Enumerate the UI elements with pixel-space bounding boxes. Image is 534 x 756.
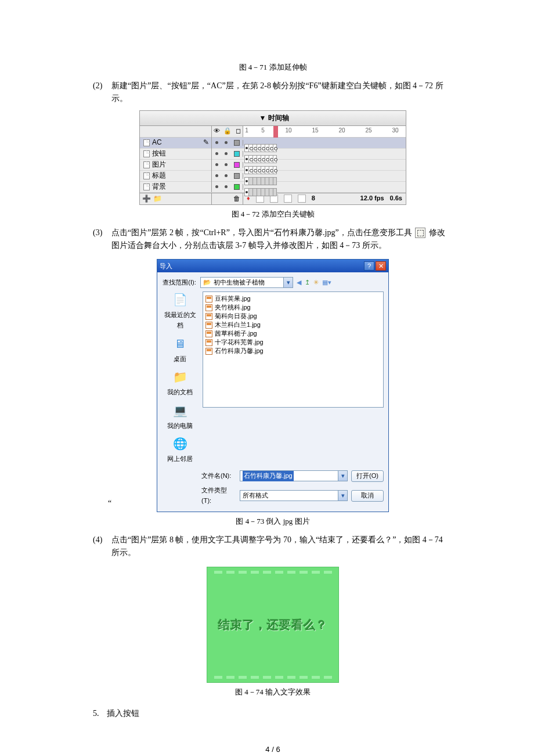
up-icon[interactable]: ↥ xyxy=(305,278,310,288)
step-3: (3) 点击“图片”层第 2 帧，按“Ctrl+R”，导入图片“石竹科康乃馨.j… xyxy=(93,226,453,253)
jpg-icon xyxy=(205,339,212,346)
dialog-title: 导入 xyxy=(160,261,172,272)
file-item[interactable]: 石竹科康乃馨.jpg xyxy=(205,347,381,355)
timeline-ruler[interactable]: 1 5 10 15 20 25 30 xyxy=(243,126,406,138)
network-icon[interactable]: 🌐 xyxy=(171,435,189,452)
layer-name: 背景 xyxy=(152,181,166,192)
layer-name: 图片 xyxy=(152,159,166,170)
trash-icon[interactable]: 🗑 xyxy=(233,193,240,204)
look-in-combo[interactable]: 📂 初中生物被子植物 ▾ xyxy=(200,277,293,288)
documents-icon[interactable]: 📁 xyxy=(171,369,189,385)
chevron-down-icon[interactable]: ▾ xyxy=(338,491,347,501)
layer-name: 按钮 xyxy=(152,148,166,159)
fps: 12.0 fps xyxy=(360,193,384,204)
open-button[interactable]: 打开(O) xyxy=(351,470,384,482)
timeline-column-icons: 👁 🔒 ◻ xyxy=(212,126,243,137)
current-frame: 8 xyxy=(312,193,315,204)
jpg-icon xyxy=(205,348,212,355)
multi-frame-icon[interactable] xyxy=(284,195,292,203)
look-in-label: 查找范围(I): xyxy=(162,278,197,288)
jpg-icon xyxy=(205,330,212,337)
jpg-icon xyxy=(205,313,212,320)
back-icon[interactable]: ◀ xyxy=(297,278,301,288)
loop-icon[interactable] xyxy=(298,195,306,203)
folder-name: 初中生物被子植物 xyxy=(214,278,265,288)
help-button[interactable]: ? xyxy=(364,261,374,271)
filetype-label: 文件类型(T): xyxy=(201,485,236,506)
step-num: (3) xyxy=(93,226,111,253)
dialog-titlebar[interactable]: 导入 ? ✕ xyxy=(157,260,388,272)
folder-icon: 📂 xyxy=(203,278,211,288)
step-text: 新建“图片”层、“按钮”层，“AC”层，在第 2-8 帧分别按“F6”键新建空白… xyxy=(111,80,453,106)
chevron-down-icon[interactable]: ▾ xyxy=(283,278,293,287)
file-list[interactable]: 豆科荚果.jpg 夹竹桃科.jpg 菊科向日葵.jpg 木兰科白兰1.jpg 茜… xyxy=(203,291,384,408)
step-4: (4) 点击“图片”层第 8 帧，使用文字工具调整字号为 70，输入“结束了，还… xyxy=(93,534,453,560)
jpg-icon xyxy=(205,322,212,329)
layer-icon xyxy=(143,172,150,179)
outline-icon[interactable]: ◻ xyxy=(236,126,241,136)
stage-text: 结束了，还要看么？ xyxy=(218,615,328,634)
stage-preview: 结束了，还要看么？ xyxy=(207,567,339,683)
step-num: (4) xyxy=(93,534,111,560)
recent-icon[interactable]: 📄 xyxy=(171,291,189,308)
new-layer-icon[interactable]: ➕ xyxy=(142,193,151,204)
cancel-button[interactable]: 取消 xyxy=(351,490,384,502)
step-text: 点击“图片”层第 8 帧，使用文字工具调整字号为 70，输入“结束了，还要看么？… xyxy=(111,534,453,560)
elapsed-time: 0.6s xyxy=(390,193,402,204)
section-title: 插入按钮 xyxy=(107,707,139,720)
jpg-icon xyxy=(205,304,212,311)
page-footer: 4 / 6 xyxy=(93,744,453,756)
timeline-title: ▼ 时间轴 xyxy=(259,114,288,122)
import-dialog: 导入 ? ✕ 查找范围(I): 📂 初中生物被子植物 ▾ ◀ ↥ ✳ ▦▾ 📄 … xyxy=(157,259,389,512)
close-button[interactable]: ✕ xyxy=(376,261,386,271)
desktop-icon[interactable]: 🖥 xyxy=(171,336,189,352)
caption-4-74: 图 4－74 输入文字效果 xyxy=(93,686,453,699)
layer-icon xyxy=(143,183,150,190)
free-transform-tool-icon xyxy=(415,228,425,238)
filename-label: 文件名(N): xyxy=(201,471,236,481)
eye-icon[interactable]: 👁 xyxy=(214,126,220,136)
timeline-panel: ▼ 时间轴 👁 🔒 ◻ 1 5 10 15 20 25 30 AC✎ 按钮 xyxy=(139,110,406,205)
caption-4-73: 图 4－73 倒入 jpg 图片 xyxy=(93,516,453,528)
section-num: 5. xyxy=(93,707,107,720)
new-folder-icon[interactable]: 📁 xyxy=(153,193,162,204)
places-bar: 📄 我最近的文档 🖥 桌面 📁 我的文档 💻 我的电脑 🌐 网上邻居 xyxy=(162,291,198,467)
jpg-icon xyxy=(205,296,212,303)
computer-icon[interactable]: 💻 xyxy=(171,402,189,419)
filename-combo[interactable]: 石竹科康乃馨.jpg▾ xyxy=(240,470,348,481)
views-icon[interactable]: ▦▾ xyxy=(322,278,331,288)
layer-icon xyxy=(143,139,150,146)
step-text: 点击“图片”层第 2 帧，按“Ctrl+R”，导入图片“石竹科康乃馨.jpg”，… xyxy=(111,226,453,253)
playhead-icon[interactable] xyxy=(273,126,278,138)
layer-row-ac[interactable]: AC✎ xyxy=(140,138,406,149)
layer-name: AC xyxy=(152,137,162,148)
pencil-icon: ✎ xyxy=(203,137,209,148)
stray-quote: “ xyxy=(108,497,111,510)
caption-4-71: 图 4－71 添加延伸帧 xyxy=(93,62,453,74)
chevron-down-icon[interactable]: ▾ xyxy=(338,471,347,481)
filetype-combo[interactable]: 所有格式▾ xyxy=(240,490,348,501)
section-5: 5. 插入按钮 xyxy=(93,707,453,720)
timeline-header[interactable]: ▼ 时间轴 xyxy=(140,111,406,126)
step-2: (2) 新建“图片”层、“按钮”层，“AC”层，在第 2-8 帧分别按“F6”键… xyxy=(93,80,453,106)
new-folder-icon[interactable]: ✳ xyxy=(313,278,319,288)
step-num: (2) xyxy=(93,80,111,106)
caption-4-72: 图 4－72 添加空白关键帧 xyxy=(93,208,453,221)
layer-icon xyxy=(143,150,150,157)
layer-name: 标题 xyxy=(152,170,166,181)
lock-icon[interactable]: 🔒 xyxy=(223,126,232,136)
layer-icon xyxy=(143,161,150,168)
